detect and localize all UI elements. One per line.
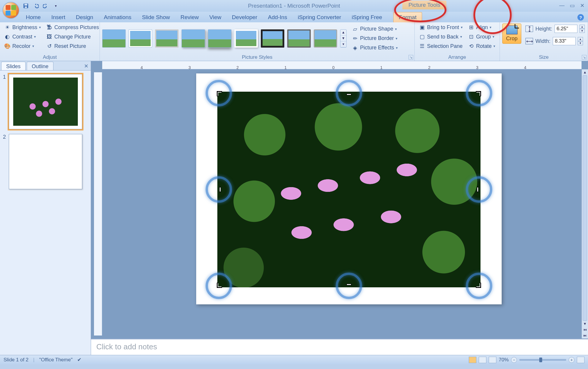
help-icon[interactable]: ? — [577, 14, 584, 21]
selection-pane-button[interactable]: ☰Selection Pane — [417, 42, 464, 50]
office-button[interactable] — [2, 2, 19, 19]
gallery-up-icon[interactable]: ▲ — [340, 30, 346, 36]
slide-thumbnail-1[interactable] — [9, 74, 82, 129]
scroll-thumb[interactable] — [583, 75, 587, 321]
style-thumb[interactable] — [155, 29, 179, 48]
width-up-icon[interactable]: ▲ — [578, 37, 583, 41]
svg-rect-1 — [24, 4, 27, 6]
height-input[interactable]: 6.25" — [555, 25, 577, 33]
slide-thumbnail-2[interactable] — [9, 134, 82, 189]
scroll-up-icon[interactable]: ▲ — [582, 69, 588, 75]
save-icon[interactable] — [22, 2, 29, 9]
spellcheck-icon[interactable]: ✔ — [77, 357, 81, 363]
align-button[interactable]: ⊞Align — [466, 24, 497, 31]
selected-picture[interactable] — [217, 92, 481, 287]
back-icon: ▢ — [419, 33, 425, 40]
width-down-icon[interactable]: ▼ — [578, 41, 583, 45]
normal-view-button[interactable] — [469, 357, 476, 363]
tab-format[interactable]: Format — [393, 12, 422, 22]
tab-ispring-converter[interactable]: iSpring Converter — [293, 12, 347, 22]
zoom-slider-thumb[interactable] — [539, 358, 542, 362]
bring-to-front-button[interactable]: ▣Bring to Front — [417, 24, 464, 31]
next-slide-icon[interactable]: ⏭ — [582, 333, 588, 338]
group-adjust-label: Adjust — [2, 53, 97, 61]
gallery-scroll[interactable]: ▲▼▾ — [340, 29, 347, 48]
style-thumb[interactable] — [314, 29, 337, 48]
slideshow-view-button[interactable] — [489, 357, 496, 363]
tab-insert[interactable]: Insert — [46, 12, 71, 22]
zoom-out-button[interactable]: − — [511, 357, 517, 363]
slide-canvas[interactable] — [102, 69, 582, 338]
picture-styles-gallery[interactable]: ▲▼▾ — [102, 29, 347, 48]
prev-slide-icon[interactable]: ⏮ — [582, 327, 588, 333]
recolor-label: Recolor — [12, 43, 31, 49]
change-picture-icon: 🖼 — [46, 33, 53, 40]
close-icon[interactable]: ✕ — [580, 2, 584, 9]
tab-animations[interactable]: Animations — [98, 12, 137, 22]
recolor-button[interactable]: 🎨Recolor — [2, 42, 43, 50]
height-down-icon[interactable]: ▼ — [579, 29, 585, 33]
style-thumb[interactable] — [234, 29, 258, 48]
sorter-view-button[interactable] — [479, 357, 486, 363]
crop-button[interactable]: Crop — [502, 24, 521, 44]
crop-handle-right[interactable] — [473, 186, 481, 193]
crop-handle-bottom-left[interactable] — [217, 280, 224, 288]
crop-handle-top-left[interactable] — [217, 91, 224, 99]
crop-handle-top-right[interactable] — [473, 91, 481, 99]
height-up-icon[interactable]: ▲ — [579, 25, 585, 29]
qat-dropdown-icon[interactable]: ▾ — [52, 2, 59, 9]
scroll-down-icon[interactable]: ▼ — [582, 321, 588, 327]
panel-tab-outline[interactable]: Outline — [27, 62, 53, 70]
send-to-back-button[interactable]: ▢Send to Back — [417, 33, 464, 41]
brightness-button[interactable]: ☀Brightness — [2, 24, 43, 31]
group-adjust: ☀Brightness ◐Contrast 🎨Recolor 🗜Compress… — [0, 22, 100, 61]
panel-close-icon[interactable]: ✕ — [84, 63, 88, 69]
picture-shape-button[interactable]: ▱Picture Shape — [350, 25, 399, 33]
compress-pictures-button[interactable]: 🗜Compress Pictures — [44, 24, 101, 31]
rotate-button[interactable]: ⟲Rotate — [466, 42, 497, 50]
style-thumb[interactable] — [102, 29, 126, 48]
tab-slideshow[interactable]: Slide Show — [137, 12, 175, 22]
tab-developer[interactable]: Developer — [227, 12, 263, 22]
tab-addins[interactable]: Add-Ins — [263, 12, 292, 22]
zoom-slider[interactable] — [519, 359, 566, 361]
change-picture-button[interactable]: 🖼Change Picture — [44, 33, 101, 41]
tab-ispring-free[interactable]: iSpring Free — [347, 12, 388, 22]
tab-home[interactable]: Home — [21, 12, 46, 22]
brightness-label: Brightness — [12, 24, 37, 31]
styles-launcher-icon[interactable]: ↘ — [409, 55, 413, 60]
maximize-icon[interactable]: ▭ — [570, 2, 575, 9]
minimize-icon[interactable]: — — [559, 2, 565, 9]
notes-pane[interactable]: Click to add notes — [91, 338, 588, 355]
group-button[interactable]: ⊡Group — [466, 33, 497, 41]
picture-border-button[interactable]: ✏Picture Border — [350, 35, 399, 42]
gallery-down-icon[interactable]: ▼ — [340, 36, 346, 41]
tab-design[interactable]: Design — [70, 12, 98, 22]
size-launcher-icon[interactable]: ↘ — [582, 55, 587, 60]
contrast-button[interactable]: ◐Contrast — [2, 33, 43, 41]
picture-effects-button[interactable]: ◈Picture Effects — [350, 44, 399, 52]
gallery-more-icon[interactable]: ▾ — [340, 41, 346, 47]
zoom-in-button[interactable]: + — [569, 357, 574, 363]
crop-handle-bottom[interactable] — [345, 280, 353, 288]
style-thumb[interactable] — [129, 29, 152, 48]
redo-icon[interactable] — [42, 2, 49, 9]
quick-access-toolbar: ▾ — [22, 2, 59, 9]
crop-handle-left[interactable] — [217, 186, 224, 193]
fit-to-window-button[interactable] — [577, 357, 584, 363]
reset-icon: ↺ — [46, 43, 53, 49]
style-thumb[interactable] — [261, 29, 284, 48]
tab-view[interactable]: View — [204, 12, 227, 22]
crop-handle-bottom-right[interactable] — [473, 280, 481, 288]
tab-review[interactable]: Review — [175, 12, 204, 22]
reset-picture-button[interactable]: ↺Reset Picture — [44, 42, 101, 50]
undo-icon[interactable] — [32, 2, 39, 9]
crop-handle-top[interactable] — [345, 91, 353, 99]
width-input[interactable]: 8.33" — [553, 37, 576, 45]
style-thumb[interactable] — [208, 29, 231, 48]
style-thumb[interactable] — [287, 29, 311, 48]
style-thumb[interactable] — [182, 29, 205, 48]
vertical-scrollbar[interactable]: ▲ ▼ ⏮ ⏭ — [582, 69, 588, 338]
panel-tab-slides[interactable]: Slides — [1, 62, 26, 70]
slide[interactable] — [196, 73, 502, 304]
